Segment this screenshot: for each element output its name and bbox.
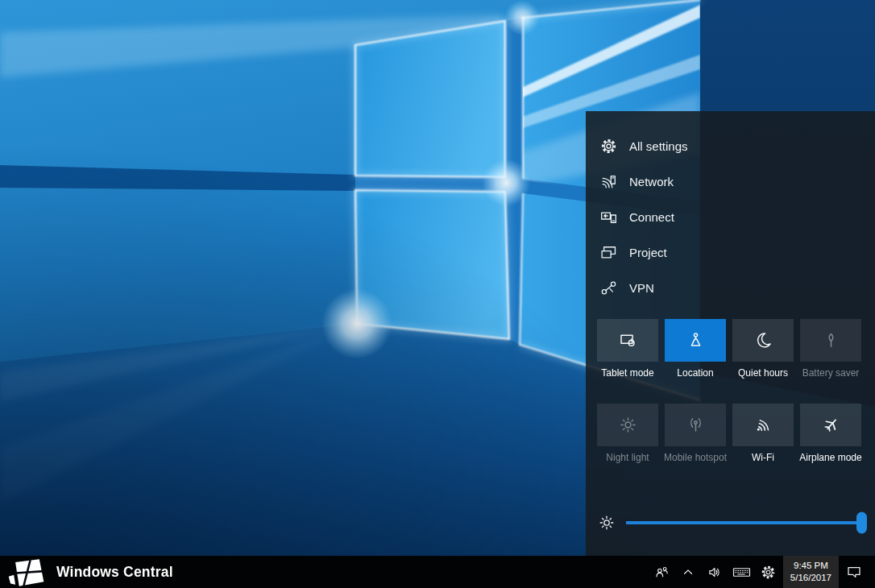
brightness-slider-track <box>626 521 862 524</box>
windows-central-brand: Windows Central <box>0 557 173 588</box>
touch-keyboard-icon <box>732 565 751 580</box>
quick-settings-menu: All settings Network <box>586 128 875 305</box>
quick-action-wifi: Wi-Fi <box>732 404 794 463</box>
brightness-slider[interactable] <box>626 510 862 536</box>
quick-action-mobile-hotspot: Mobile hotspot <box>665 404 726 463</box>
menu-item-vpn[interactable]: VPN <box>586 270 875 305</box>
tile-label: Night light <box>594 452 661 463</box>
tray-clock[interactable]: 9:45 PM 5/16/2017 <box>783 556 839 588</box>
action-center-icon <box>846 564 862 580</box>
menu-item-project[interactable]: Project <box>586 234 875 270</box>
menu-item-network[interactable]: Network <box>586 164 875 199</box>
menu-item-label: Connect <box>629 210 674 224</box>
tablet-mode-tile-button[interactable] <box>597 319 658 362</box>
tile-label: Battery saver <box>797 367 865 379</box>
menu-item-label: All settings <box>629 139 688 153</box>
location-icon <box>686 331 705 350</box>
desktop: All settings Network <box>0 0 875 588</box>
wifi-tile-button[interactable] <box>732 404 794 446</box>
menu-item-label: Project <box>629 246 667 259</box>
tile-label: Quiet hours <box>729 367 797 379</box>
quick-action-quiet-hours: Quiet hours <box>732 319 794 379</box>
mobile-hotspot-icon <box>686 416 705 434</box>
quick-action-location: Location <box>665 319 726 379</box>
network-icon <box>600 173 617 190</box>
clock-date: 5/16/2017 <box>790 572 831 584</box>
settings-gear-icon <box>761 565 776 580</box>
tile-label: Location <box>661 367 729 379</box>
battery-saver-tile-button[interactable] <box>800 319 861 362</box>
volume-tray-button[interactable] <box>702 556 728 588</box>
tile-label: Wi-Fi <box>729 452 797 463</box>
night-light-tile-button[interactable] <box>597 404 658 446</box>
quick-action-battery-saver: Battery saver <box>800 319 861 379</box>
airplane-mode-tile-button[interactable] <box>800 404 861 446</box>
brightness-slider-thumb[interactable] <box>856 512 867 534</box>
clock-time: 9:45 PM <box>794 560 828 572</box>
project-icon <box>600 244 617 261</box>
mobile-hotspot-tile-button[interactable] <box>665 404 726 446</box>
tile-label: Airplane mode <box>797 452 865 463</box>
settings-gear-icon <box>600 138 617 155</box>
quick-action-airplane-mode: Airplane mode <box>800 404 861 463</box>
vpn-icon <box>600 280 617 296</box>
quick-action-tablet-mode: Tablet mode <box>597 319 658 379</box>
battery-saver-leaf-icon <box>822 331 840 350</box>
touch-keyboard-tray-button[interactable] <box>728 556 755 588</box>
show-hidden-icons-button[interactable] <box>675 556 702 588</box>
quick-action-tiles-grid: Tablet mode Location Q <box>597 319 861 463</box>
tile-label: Mobile hotspot <box>661 452 729 463</box>
people-tray-button[interactable] <box>649 556 675 588</box>
windows-central-logo-icon <box>6 557 48 588</box>
menu-item-label: VPN <box>629 281 654 295</box>
menu-item-label: Network <box>629 175 674 188</box>
menu-item-all-settings[interactable]: All settings <box>586 128 875 164</box>
action-center-quick-settings-panel: All settings Network <box>586 111 875 556</box>
quick-action-night-light: Night light <box>597 404 658 463</box>
airplane-icon <box>822 416 840 434</box>
tile-label: Tablet mode <box>594 367 661 379</box>
settings-tray-button[interactable] <box>755 556 782 588</box>
location-tile-button[interactable] <box>665 319 726 362</box>
people-icon <box>654 565 670 580</box>
brightness-slider-fill <box>626 521 862 524</box>
brightness-sun-icon <box>599 515 615 531</box>
connect-icon <box>600 209 617 226</box>
system-tray: 9:45 PM 5/16/2017 <box>649 556 875 588</box>
night-light-sun-icon <box>619 416 637 434</box>
wifi-icon <box>754 416 773 434</box>
action-center-tray-button[interactable] <box>840 556 867 588</box>
chevron-up-icon <box>682 565 695 578</box>
menu-item-connect[interactable]: Connect <box>586 199 875 234</box>
volume-icon <box>707 565 723 580</box>
quiet-hours-moon-icon <box>754 331 773 350</box>
brightness-control-row <box>599 510 862 536</box>
quiet-hours-tile-button[interactable] <box>732 319 794 362</box>
brand-text: Windows Central <box>56 564 173 581</box>
taskbar: Windows Central <box>0 556 875 588</box>
tablet-mode-icon <box>619 331 637 350</box>
